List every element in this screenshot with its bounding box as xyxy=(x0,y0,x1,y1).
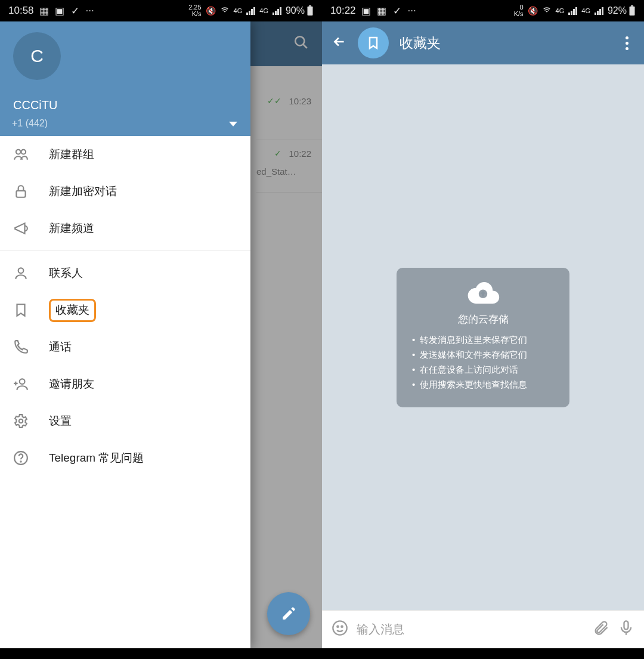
navigation-drawer: C CCCiTU +1 (442) 新建群组 新建加密对话 新建频道 联系人 xyxy=(0,21,250,648)
check-icon: ✓ xyxy=(392,6,402,16)
mic-icon[interactable] xyxy=(618,620,634,639)
cloud-point: 使用搜索来更快地查找信息 xyxy=(412,379,554,391)
svg-rect-16 xyxy=(624,621,628,629)
drawer-item-new-channel[interactable]: 新建频道 xyxy=(0,210,250,247)
net-type: 4G xyxy=(556,7,565,14)
battery: 90% xyxy=(286,5,314,16)
drawer-item-faq[interactable]: Telegram 常见问题 xyxy=(0,440,250,477)
avatar: C xyxy=(13,32,61,80)
more-menu-icon[interactable] xyxy=(620,30,634,56)
drawer-item-saved[interactable]: 收藏夹 xyxy=(0,292,250,329)
drawer-label: 通话 xyxy=(49,339,72,355)
drawer-item-settings[interactable]: 设置 xyxy=(0,403,250,440)
check-icon: ✓ xyxy=(70,6,80,16)
svg-rect-0 xyxy=(308,7,313,16)
status-time: 10:58 xyxy=(8,5,34,17)
net-speed: 2.25 K/s xyxy=(188,4,201,17)
drawer-username: CCCiTU xyxy=(13,98,57,112)
drawer-label: 新建群组 xyxy=(49,147,94,162)
drawer-label: 新建频道 xyxy=(49,221,94,236)
wifi-icon xyxy=(220,6,230,16)
svg-point-10 xyxy=(20,461,21,462)
mute-icon: 🔇 xyxy=(206,6,216,16)
android-nav-bar xyxy=(322,648,644,659)
drawer-label: 收藏夹 xyxy=(49,299,96,322)
net-type-2: 4G xyxy=(259,7,268,14)
svg-point-3 xyxy=(16,150,21,154)
message-input-bar: 输入消息 xyxy=(322,610,644,648)
emoji-icon[interactable] xyxy=(332,620,348,639)
drawer-label: 设置 xyxy=(49,413,72,429)
more-icon: ··· xyxy=(408,5,416,17)
drawer-item-secret-chat[interactable]: 新建加密对话 xyxy=(0,173,250,210)
signal-icon xyxy=(568,7,577,15)
appbar: 收藏夹 xyxy=(322,21,644,64)
cloud-point: 转发消息到这里来保存它们 xyxy=(412,335,554,346)
svg-point-13 xyxy=(333,621,346,635)
android-nav-bar xyxy=(0,648,322,659)
screen-title[interactable]: 收藏夹 xyxy=(400,34,609,52)
cloud-storage-card: 您的云存储 转发消息到这里来保存它们 发送媒体和文件来存储它们 在任意设备上访问… xyxy=(397,268,569,407)
svg-rect-12 xyxy=(631,5,633,7)
drawer-label: Telegram 常见问题 xyxy=(49,450,144,466)
mute-icon: 🔇 xyxy=(528,6,538,16)
drawer-item-calls[interactable]: 通话 xyxy=(0,329,250,366)
message-input[interactable]: 输入消息 xyxy=(357,621,584,638)
drawer-item-new-group[interactable]: 新建群组 xyxy=(0,136,250,173)
drawer-label: 联系人 xyxy=(49,265,83,281)
cloud-point: 在任意设备上访问此对话 xyxy=(412,364,554,376)
status-time: 10:22 xyxy=(330,5,356,17)
notif-icon: ▦ xyxy=(377,6,387,16)
phone-right: 10:22 ▣ ▦ ✓ ··· 0 K/s 🔇 4G 4G 92% xyxy=(322,0,644,659)
saved-messages-screen: 收藏夹 您的云存储 转发消息到这里来保存它们 发送媒体和文件来存储它们 在任意设… xyxy=(322,21,644,648)
phone-left: 10:58 ▦ ▣ ✓ ··· 2.25 K/s 🔇 4G 4G 90% xyxy=(0,0,322,659)
drawer-item-contacts[interactable]: 联系人 xyxy=(0,255,250,292)
back-icon[interactable] xyxy=(332,34,347,52)
svg-rect-5 xyxy=(16,191,25,197)
cloud-point: 发送媒体和文件来存储它们 xyxy=(412,349,554,361)
drawer-label: 新建加密对话 xyxy=(49,184,117,199)
svg-point-6 xyxy=(18,268,24,273)
image-icon: ▣ xyxy=(55,6,65,16)
drawer-menu: 新建群组 新建加密对话 新建频道 联系人 收藏夹 通话 xyxy=(0,136,250,648)
cloud-download-icon xyxy=(412,280,554,308)
divider xyxy=(0,250,250,251)
signal-icon-2 xyxy=(273,7,281,15)
svg-point-7 xyxy=(20,379,25,384)
net-type-2: 4G xyxy=(581,7,590,14)
status-bar: 10:58 ▦ ▣ ✓ ··· 2.25 K/s 🔇 4G 4G 90% xyxy=(0,0,322,21)
cloud-title: 您的云存储 xyxy=(412,313,554,326)
net-speed: 0 K/s xyxy=(514,4,524,17)
svg-point-14 xyxy=(337,626,338,627)
drawer-label: 邀请朋友 xyxy=(49,376,94,392)
svg-point-4 xyxy=(21,150,26,154)
status-bar: 10:22 ▣ ▦ ✓ ··· 0 K/s 🔇 4G 4G 92% xyxy=(322,0,644,21)
svg-point-15 xyxy=(341,626,342,627)
chat-background: 您的云存储 转发消息到这里来保存它们 发送媒体和文件来存储它们 在任意设备上访问… xyxy=(322,64,644,610)
svg-rect-11 xyxy=(630,7,635,16)
drawer-item-invite[interactable]: 邀请朋友 xyxy=(0,366,250,403)
image-icon: ▣ xyxy=(361,6,371,16)
net-type: 4G xyxy=(234,7,243,14)
bookmark-avatar-icon[interactable] xyxy=(358,27,389,58)
more-icon: ··· xyxy=(86,5,94,17)
battery: 92% xyxy=(608,5,636,16)
wifi-icon xyxy=(542,6,552,16)
signal-icon xyxy=(246,7,255,15)
svg-point-8 xyxy=(19,419,23,423)
signal-icon-2 xyxy=(595,7,603,15)
drawer-phone: +1 (442) xyxy=(12,118,48,129)
svg-rect-1 xyxy=(309,5,311,7)
notif-icon: ▦ xyxy=(39,6,49,16)
chevron-down-icon[interactable] xyxy=(229,122,237,126)
compose-fab[interactable] xyxy=(267,592,310,635)
drawer-header[interactable]: C CCCiTU +1 (442) xyxy=(0,21,250,136)
attach-icon[interactable] xyxy=(593,620,609,639)
